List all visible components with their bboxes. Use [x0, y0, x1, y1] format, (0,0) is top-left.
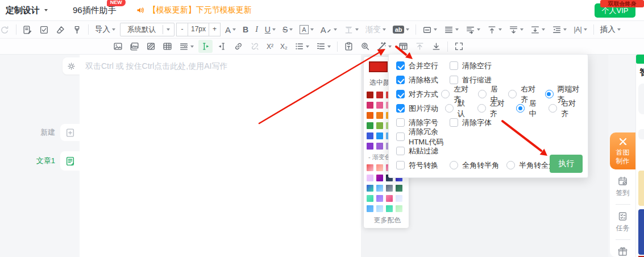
border-button[interactable] [420, 23, 439, 36]
popup-checkbox[interactable] [396, 147, 405, 155]
gradient-swatch[interactable] [376, 175, 383, 181]
popup-radio[interactable] [506, 161, 515, 169]
color-swatch[interactable] [367, 92, 373, 98]
table-header-icon[interactable] [396, 40, 410, 53]
gradient-swatch[interactable] [367, 185, 373, 192]
image-upload-icon[interactable] [111, 40, 125, 53]
color-swatch[interactable] [367, 112, 373, 119]
editor-settings-tab[interactable] [63, 57, 80, 74]
gradient-swatch[interactable] [376, 195, 383, 202]
ordered-list-button[interactable] [314, 40, 333, 53]
popup-radio[interactable] [477, 104, 486, 113]
gradient-swatch[interactable] [386, 185, 393, 192]
text-cursor-back-icon[interactable] [215, 40, 229, 53]
color-swatch[interactable] [376, 122, 383, 129]
font-size-stepper[interactable]: -17px+ [177, 23, 221, 36]
bullet-list-button[interactable] [292, 40, 311, 53]
gradient-button[interactable]: 渐变 [363, 23, 388, 36]
letter-space-button[interactable]: |A| [571, 24, 589, 35]
vip-button[interactable]: 双联合终身 个人VIP [595, 3, 635, 18]
popup-checkbox[interactable] [396, 76, 405, 84]
bold-button[interactable]: B [240, 23, 251, 36]
color-swatch[interactable] [376, 143, 383, 150]
superscript-button[interactable]: X² [264, 41, 276, 52]
fullscreen-icon[interactable] [452, 40, 466, 53]
panel-green-button[interactable] [636, 55, 644, 64]
popup-radio[interactable] [549, 104, 557, 113]
indent-button[interactable] [550, 23, 569, 36]
color-swatch[interactable] [376, 132, 383, 139]
text-flow-button[interactable] [463, 23, 483, 36]
italic-button[interactable]: I [253, 23, 260, 36]
line-height-button[interactable] [506, 23, 526, 36]
link-icon[interactable] [231, 40, 246, 53]
highlight-button[interactable]: ab [390, 24, 412, 35]
plugin-assistant-menu[interactable]: 96插件助手 NEW [73, 5, 117, 16]
bg-color-button[interactable]: A [297, 23, 315, 36]
gift-button[interactable] [617, 246, 628, 257]
popup-radio[interactable] [508, 90, 517, 98]
gradient-swatch[interactable] [367, 164, 373, 171]
move-top-icon[interactable] [413, 40, 427, 53]
paragraph-space-button[interactable] [528, 23, 547, 36]
execute-button[interactable]: 执行 [550, 155, 583, 173]
color-swatch[interactable] [367, 132, 373, 139]
gradient-swatch[interactable] [396, 195, 402, 202]
popup-checkbox[interactable] [396, 161, 405, 169]
text-cursor-forward-icon[interactable] [198, 40, 213, 53]
color-swatch[interactable] [376, 92, 383, 98]
unlink-icon[interactable] [248, 40, 262, 53]
color-swatch[interactable] [367, 122, 373, 129]
redo-icon[interactable] [0, 23, 12, 36]
popup-radio[interactable] [445, 104, 454, 113]
more-colors-link[interactable]: 更多配色 [366, 215, 409, 225]
gradient-swatch[interactable] [396, 185, 402, 192]
eraser-icon[interactable] [53, 23, 68, 36]
brand-menu[interactable]: 定制设计 [6, 5, 48, 16]
format-brush-icon[interactable] [70, 23, 84, 36]
font-size-increase-button[interactable]: + [209, 23, 221, 36]
table-icon[interactable] [160, 40, 174, 53]
color-swatch[interactable] [376, 112, 383, 119]
popup-checkbox[interactable] [450, 76, 458, 84]
popup-checkbox[interactable] [450, 118, 458, 127]
editor-canvas[interactable]: 双击Ctrl 或 按住Ctrl点击此处,使用AI写作 [80, 55, 361, 257]
popup-checkbox[interactable] [396, 61, 405, 70]
popup-radio[interactable] [545, 90, 554, 98]
gradient-swatch[interactable] [367, 205, 373, 212]
current-color-swatch[interactable] [369, 61, 388, 72]
popup-checkbox[interactable] [396, 132, 405, 141]
paste-plain-icon[interactable] [342, 40, 356, 53]
popup-radio[interactable] [441, 90, 450, 98]
image-gallery-icon[interactable] [127, 40, 142, 53]
move-bottom-icon[interactable] [429, 40, 443, 53]
gradient-swatch[interactable] [386, 195, 393, 202]
popup-checkbox[interactable] [396, 118, 405, 127]
article-tab-item[interactable]: 文章1 [0, 151, 80, 171]
font-family-select[interactable]: 系统默认 [120, 23, 174, 36]
char-format-icon[interactable] [342, 23, 361, 36]
gradient-swatch[interactable] [376, 164, 383, 171]
popup-radio[interactable] [478, 90, 487, 98]
background-pattern-icon[interactable] [144, 40, 158, 53]
import-menu[interactable]: 导入 [93, 23, 118, 36]
gradient-swatch[interactable] [396, 205, 402, 212]
underline-button[interactable]: U [263, 23, 278, 36]
color-swatch[interactable] [367, 143, 373, 150]
select-all-icon[interactable] [37, 23, 51, 36]
one-key-format-icon[interactable] [375, 40, 394, 53]
gradient-swatch[interactable] [386, 205, 393, 212]
announcement-link[interactable]: 【模板更新】下元节模板更新 [136, 5, 252, 15]
insert-menu[interactable]: 插入 [598, 23, 623, 36]
subscript-button[interactable]: X₂ [278, 41, 290, 52]
find-replace-icon[interactable] [358, 40, 372, 53]
strike-button[interactable]: S [280, 23, 295, 36]
cover-maker-button[interactable]: 首图制作 [610, 132, 635, 169]
new-article-item[interactable]: 新建 [0, 124, 80, 141]
save-doc-icon[interactable] [20, 23, 35, 36]
popup-radio[interactable] [516, 104, 525, 113]
popup-checkbox[interactable] [396, 104, 405, 113]
template-thumbnail[interactable] [638, 209, 644, 255]
color-swatch[interactable] [367, 102, 373, 109]
template-thumbnail[interactable] [638, 171, 644, 206]
